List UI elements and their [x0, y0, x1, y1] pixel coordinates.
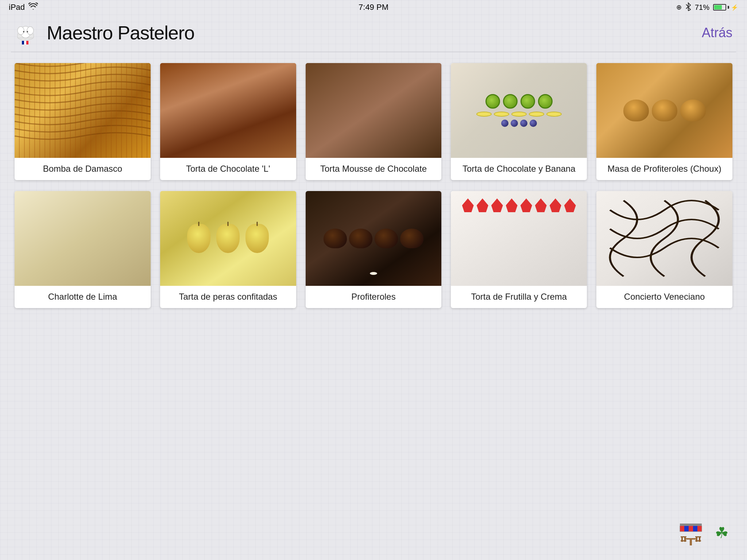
card-image-profiteroles [306, 191, 442, 286]
card-label-torta-choc: Torta de Chocolate 'L' [160, 158, 296, 180]
svg-rect-7 [26, 41, 28, 44]
card-image-torta-choc [160, 63, 296, 158]
svg-point-3 [18, 27, 24, 35]
status-bar: iPad 7:49 PM ⊕ 71% ⚡ [0, 0, 747, 15]
footer-area: ☘ [676, 516, 729, 549]
recipe-card-profiteroles[interactable]: Profiteroles [306, 191, 442, 308]
recipe-card-torta-choc[interactable]: Torta de Chocolate 'L' [160, 63, 296, 180]
card-image-masa [596, 63, 732, 158]
card-image-charlotte [15, 191, 151, 286]
ipad-label: iPad [9, 3, 25, 12]
recipe-card-charlotte[interactable]: Charlotte de Lima [15, 191, 151, 308]
svg-rect-11 [680, 526, 684, 532]
battery-percent: 71% [695, 3, 709, 12]
bluetooth-icon [685, 2, 691, 13]
svg-rect-25 [695, 540, 701, 541]
card-label-peras: Tarta de peras confitadas [160, 286, 296, 308]
status-left: iPad [9, 3, 38, 12]
svg-point-9 [27, 31, 28, 32]
recipe-card-frutilla[interactable]: Torta de Frutilla y Crema [451, 191, 587, 308]
wifi-icon [28, 3, 38, 12]
svg-rect-16 [685, 538, 696, 540]
recipe-card-masa[interactable]: Masa de Profiteroles (Choux) [596, 63, 732, 180]
clover-icon: ☘ [715, 524, 729, 542]
recipe-card-bomba[interactable]: Bomba de Damasco [15, 63, 151, 180]
svg-rect-10 [680, 524, 702, 526]
card-image-frutilla [451, 191, 587, 286]
card-label-charlotte: Charlotte de Lima [15, 286, 151, 308]
svg-point-4 [27, 27, 34, 35]
app-header: Maestro Pastelero Atrás [0, 15, 747, 47]
card-label-frutilla: Torta de Frutilla y Crema [451, 286, 587, 308]
svg-rect-18 [681, 536, 686, 537]
svg-rect-5 [22, 41, 24, 44]
recipe-card-banana[interactable]: Torta de Chocolate y Banana [451, 63, 587, 180]
recipe-card-peras[interactable]: Tarta de peras confitadas [160, 191, 296, 308]
card-label-mousse: Torta Mousse de Chocolate [306, 158, 442, 180]
recipe-card-veneciano[interactable]: Concierto Veneciano [596, 191, 732, 308]
card-label-masa: Masa de Profiteroles (Choux) [596, 158, 732, 180]
circle-icon: ⊕ [676, 3, 682, 11]
svg-rect-6 [24, 41, 26, 44]
status-time: 7:49 PM [359, 3, 388, 12]
status-right: ⊕ 71% ⚡ [676, 2, 738, 13]
svg-rect-22 [695, 536, 701, 537]
svg-rect-14 [693, 526, 697, 532]
card-image-banana [451, 63, 587, 158]
header-left: Maestro Pastelero [11, 18, 194, 47]
card-label-profiteroles: Profiteroles [306, 286, 442, 308]
app-logo-icon [11, 18, 40, 47]
back-button[interactable]: Atrás [702, 25, 732, 40]
card-image-mousse [306, 63, 442, 158]
svg-point-8 [23, 31, 24, 32]
cafe-icon [676, 516, 709, 549]
card-image-bomba [15, 63, 151, 158]
card-label-banana: Torta de Chocolate y Banana [451, 158, 587, 180]
card-label-veneciano: Concierto Veneciano [596, 286, 732, 308]
svg-rect-21 [681, 540, 686, 541]
svg-rect-15 [697, 526, 702, 532]
card-image-peras [160, 191, 296, 286]
battery-icon: ⚡ [713, 4, 738, 11]
card-image-veneciano [596, 191, 732, 286]
card-label-bomba: Bomba de Damasco [15, 158, 151, 180]
app-title: Maestro Pastelero [47, 22, 194, 44]
recipe-grid: Bomba de DamascoTorta de Chocolate 'L'To… [0, 52, 747, 319]
svg-rect-17 [690, 540, 692, 545]
svg-rect-12 [684, 526, 689, 532]
recipe-card-mousse[interactable]: Torta Mousse de Chocolate [306, 63, 442, 180]
svg-rect-13 [689, 526, 693, 532]
